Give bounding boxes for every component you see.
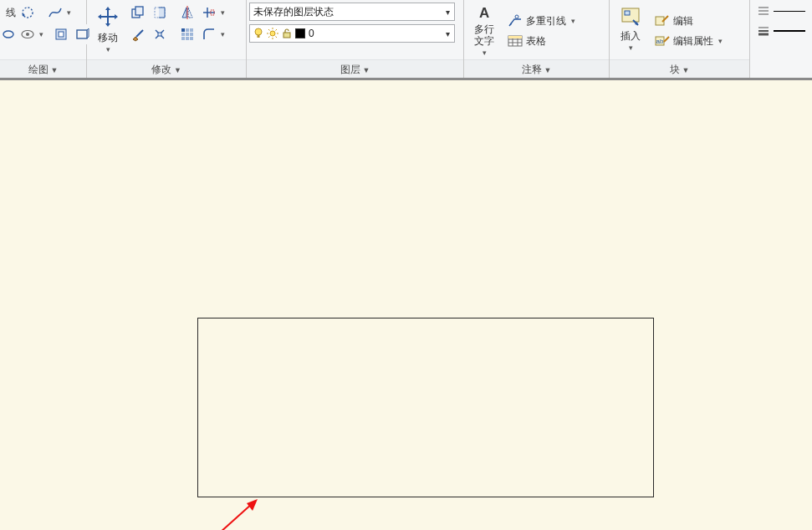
- panel-title-annot-label: 注释: [522, 64, 542, 75]
- insert-block-button[interactable]: 插入 ▾: [612, 3, 649, 58]
- table-button-label: 表格: [526, 34, 546, 48]
- dropdown-caret-icon[interactable]: ▾: [221, 8, 225, 17]
- panel-title-block[interactable]: 块▼: [610, 59, 749, 78]
- panel-properties-partial: .: [750, 0, 812, 78]
- panel-title-layer[interactable]: 图层▼: [247, 59, 463, 78]
- svg-rect-46: [625, 11, 630, 15]
- panel-block: 插入 ▾ 编辑 ab 编辑属性 ▾ 块▼: [610, 0, 750, 78]
- svg-rect-6: [59, 32, 64, 37]
- move-button[interactable]: 移动 ▾: [89, 3, 126, 58]
- svg-point-4: [26, 33, 29, 36]
- svg-line-31: [268, 29, 270, 31]
- tool-hide-icon[interactable]: [18, 24, 38, 44]
- list-icon[interactable]: [755, 3, 772, 19]
- panel-draw: 线 ▾: [0, 0, 87, 78]
- edit-attr-button[interactable]: ab 编辑属性 ▾: [651, 32, 727, 50]
- panel-modify: 移动 ▾ ▾ ▾: [87, 0, 247, 78]
- mleader-icon: [508, 14, 523, 28]
- tool-ellipse-icon[interactable]: [1, 24, 16, 44]
- lineweight-sample[interactable]: [774, 25, 805, 37]
- sun-icon: [267, 28, 278, 39]
- edit-attr-icon: ab: [655, 34, 670, 48]
- chevron-down-icon: ▼: [544, 66, 552, 74]
- layer-state-combo[interactable]: 未保存的图层状态 ▾: [249, 3, 455, 21]
- dropdown-caret-icon[interactable]: ▾: [67, 8, 71, 17]
- svg-line-58: [171, 503, 253, 530]
- annotation-arrow: [159, 492, 268, 530]
- tool-spline-icon[interactable]: [45, 3, 65, 23]
- tool-region-icon[interactable]: [51, 24, 71, 44]
- svg-rect-16: [186, 28, 189, 32]
- mleader-button[interactable]: 多重引线 ▾: [503, 12, 580, 30]
- svg-rect-15: [181, 28, 185, 32]
- chevron-down-icon: ▼: [174, 66, 181, 74]
- lock-open-icon: [282, 28, 292, 39]
- tool-fillet-icon[interactable]: [199, 24, 219, 44]
- svg-rect-21: [181, 37, 185, 40]
- layer-state-combo-text: 未保存的图层状态: [253, 5, 334, 19]
- svg-rect-14: [158, 33, 161, 36]
- svg-rect-22: [186, 37, 189, 40]
- tool-brush-icon[interactable]: [128, 24, 148, 44]
- svg-rect-35: [283, 33, 290, 38]
- chevron-down-icon: ▾: [629, 43, 633, 52]
- move-icon: [95, 5, 120, 30]
- mtext-icon: A: [472, 5, 496, 22]
- mleader-button-label: 多重引线: [526, 14, 566, 28]
- svg-marker-59: [247, 499, 258, 511]
- svg-point-0: [3, 31, 13, 38]
- panel-annotation: A 多行 文字 ▾ 多重引线 ▾ 表格 注释▼: [464, 0, 610, 78]
- chevron-down-icon: ▼: [363, 66, 370, 74]
- lineweight-icon[interactable]: [755, 23, 772, 39]
- panel-title-annot[interactable]: 注释▼: [464, 59, 609, 78]
- drawing-canvas[interactable]: [0, 83, 812, 530]
- svg-point-38: [515, 15, 518, 18]
- chevron-down-icon: ▾: [106, 45, 110, 54]
- tool-explode-icon[interactable]: [150, 24, 170, 44]
- mtext-button[interactable]: A 多行 文字 ▾: [467, 3, 502, 58]
- table-button[interactable]: 表格: [503, 32, 580, 50]
- chevron-down-icon: ▾: [571, 17, 575, 25]
- table-icon: [508, 35, 523, 47]
- svg-rect-44: [508, 36, 522, 38]
- svg-line-32: [276, 37, 278, 38]
- tool-boundary-icon[interactable]: [73, 24, 93, 44]
- chevron-down-icon: ▾: [443, 29, 452, 38]
- svg-rect-23: [190, 37, 193, 40]
- chevron-down-icon: ▾: [718, 37, 723, 45]
- dropdown-caret-icon[interactable]: ▾: [221, 30, 225, 38]
- dropdown-caret-icon[interactable]: ▾: [39, 30, 43, 38]
- panel-title-layer-label: 图层: [340, 64, 360, 75]
- layer-color-swatch: [295, 28, 305, 38]
- tool-array-icon[interactable]: [177, 24, 197, 44]
- chevron-down-icon: ▾: [443, 8, 452, 17]
- current-layer-combo[interactable]: 0 ▾: [249, 24, 455, 43]
- tool-trim-icon[interactable]: [199, 3, 219, 23]
- panel-title-draw[interactable]: 绘图▼: [0, 59, 86, 78]
- svg-point-26: [270, 31, 275, 36]
- tool-stretch-icon[interactable]: [150, 3, 170, 23]
- linetype-sample[interactable]: [774, 5, 805, 17]
- svg-rect-19: [186, 33, 189, 36]
- chevron-down-icon: ▼: [51, 66, 59, 74]
- panel-title-draw-label: 绘图: [28, 64, 49, 75]
- drawn-rectangle[interactable]: [197, 318, 654, 497]
- svg-rect-20: [190, 33, 193, 36]
- tool-mirror-icon[interactable]: [177, 3, 197, 23]
- edit-block-button[interactable]: 编辑: [651, 12, 727, 30]
- tool-a-icon[interactable]: [18, 3, 38, 23]
- mtext-button-label: 多行 文字: [474, 23, 494, 47]
- svg-rect-17: [190, 28, 193, 32]
- svg-line-34: [268, 37, 270, 38]
- tool-copy-icon[interactable]: [128, 3, 148, 23]
- edit-block-icon: [655, 14, 670, 28]
- svg-text:ab: ab: [656, 38, 664, 45]
- svg-point-24: [255, 28, 262, 35]
- move-button-label: 移动: [98, 32, 118, 43]
- panel-title-block-label: 块: [670, 64, 680, 75]
- svg-rect-7: [77, 30, 87, 38]
- panel-layer: 未保存的图层状态 ▾ 0 ▾ 图层▼: [247, 0, 464, 78]
- edit-attr-label: 编辑属性: [673, 34, 713, 48]
- panel-title-modify[interactable]: 修改▼: [87, 59, 246, 78]
- svg-rect-9: [135, 7, 143, 15]
